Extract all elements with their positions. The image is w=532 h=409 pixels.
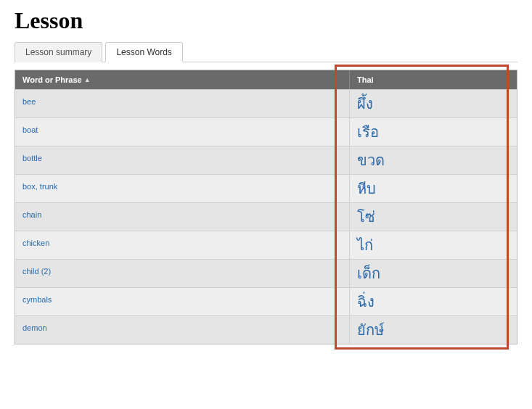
cell-word: bottle	[15, 146, 349, 174]
cell-word: boat	[15, 118, 349, 146]
cell-thai: ผึ้ง	[349, 90, 517, 117]
column-header-thai[interactable]: Thai	[349, 70, 517, 89]
cell-word: chain	[15, 203, 349, 231]
table-header: Word or Phrase ▲ Thai	[15, 70, 517, 89]
word-link[interactable]: child (2)	[22, 267, 51, 276]
word-link[interactable]: box, trunk	[22, 182, 57, 191]
word-link[interactable]: chain	[22, 210, 41, 219]
cell-word: cymbals	[15, 288, 349, 315]
cell-thai: ขวด	[349, 146, 517, 174]
tabs: Lesson summary Lesson Words	[15, 41, 517, 62]
word-link[interactable]: cymbals	[22, 295, 52, 304]
cell-thai: ฉิ่ง	[349, 288, 517, 315]
cell-thai: เรือ	[349, 118, 517, 146]
table-row: cymbalsฉิ่ง	[15, 287, 517, 315]
table-row: chainโซ่	[15, 202, 517, 231]
table-row: bottleขวด	[15, 146, 517, 174]
cell-thai: เด็ก	[349, 260, 517, 287]
cell-word: box, trunk	[15, 175, 349, 202]
page-title: Lesson	[15, 7, 517, 34]
table-row: chickenไก่	[15, 231, 517, 259]
word-link[interactable]: chicken	[22, 239, 49, 247]
word-link[interactable]: bee	[22, 97, 36, 106]
table-row: beeผึ้ง	[15, 89, 517, 117]
word-link[interactable]: boat	[22, 125, 38, 134]
table-row: boatเรือ	[15, 117, 517, 146]
tab-lesson-words[interactable]: Lesson Words	[105, 42, 182, 62]
table-row: demonยักษ์	[15, 315, 517, 344]
word-link[interactable]: demon	[22, 323, 47, 332]
cell-word: bee	[15, 90, 349, 117]
column-header-thai-label: Thai	[357, 75, 374, 84]
column-header-word-label: Word or Phrase	[22, 75, 82, 84]
cell-thai: ยักษ์	[349, 316, 517, 344]
cell-thai: ไก่	[349, 231, 517, 259]
tab-lesson-summary[interactable]: Lesson summary	[15, 42, 102, 62]
cell-word: demon	[15, 316, 349, 344]
cell-word: chicken	[15, 231, 349, 259]
cell-word: child (2)	[15, 260, 349, 287]
sort-asc-icon: ▲	[84, 76, 91, 83]
words-table: Word or Phrase ▲ Thai beeผึ้งboatเรือbot…	[15, 70, 517, 344]
cell-thai: โซ่	[349, 203, 517, 231]
table-row: box, trunkหีบ	[15, 174, 517, 202]
word-link[interactable]: bottle	[22, 154, 42, 162]
table-row: child (2)เด็ก	[15, 259, 517, 287]
cell-thai: หีบ	[349, 175, 517, 202]
column-header-word[interactable]: Word or Phrase ▲	[15, 70, 349, 89]
